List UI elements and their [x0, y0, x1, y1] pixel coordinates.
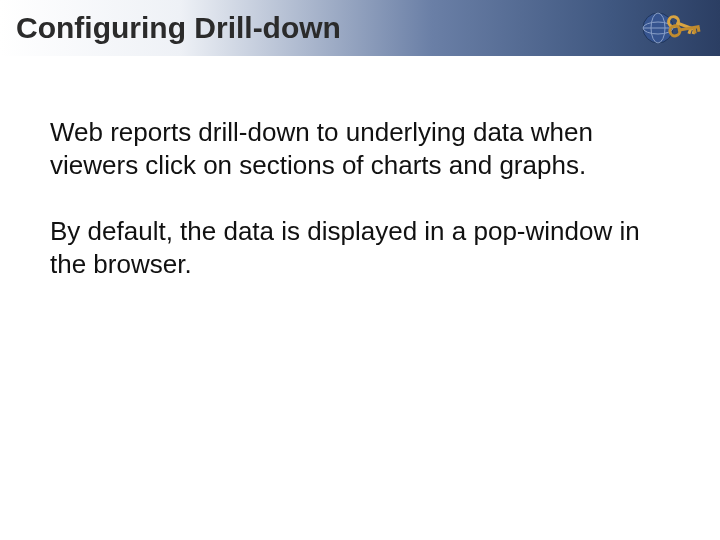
slide-title: Configuring Drill-down	[16, 11, 341, 45]
body-paragraph-2: By default, the data is displayed in a p…	[50, 215, 670, 280]
title-bar: Configuring Drill-down	[0, 0, 720, 56]
svg-rect-11	[697, 28, 701, 32]
key-globe-logo-icon	[638, 4, 708, 52]
slide-body: Web reports drill-down to underlying dat…	[0, 56, 720, 280]
body-paragraph-1: Web reports drill-down to underlying dat…	[50, 116, 670, 181]
